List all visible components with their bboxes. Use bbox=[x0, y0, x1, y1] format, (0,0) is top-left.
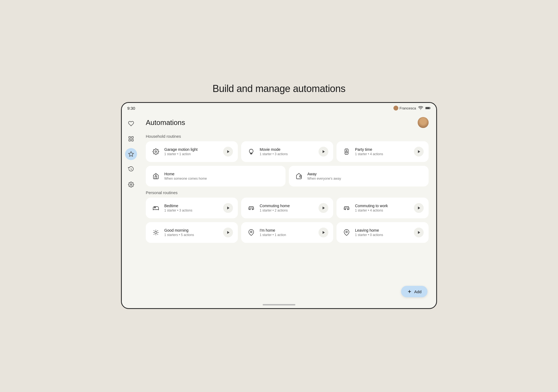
svg-point-21 bbox=[252, 209, 253, 210]
svg-marker-39 bbox=[418, 231, 420, 234]
card-commuting-home-title: Commuting home bbox=[260, 203, 290, 208]
commuting-home-play-button[interactable] bbox=[319, 203, 328, 213]
card-home[interactable]: Home When someone comes home bbox=[146, 166, 286, 186]
card-away-subtitle: When everyone's away bbox=[307, 176, 341, 181]
status-bar: 9:30 Francesca bbox=[122, 103, 436, 112]
sidebar-item-favorites[interactable] bbox=[125, 118, 137, 130]
svg-marker-19 bbox=[227, 207, 229, 210]
card-bedtime[interactable]: Bedtime 1 starter • 3 actions bbox=[146, 198, 238, 218]
bedtime-play-button[interactable] bbox=[223, 203, 233, 213]
card-im-home-subtitle: 1 starter • 1 action bbox=[260, 233, 286, 237]
sidebar-item-dashboard[interactable] bbox=[125, 133, 137, 145]
personal-routines-row2: Good morning 1 starters • 5 actions bbox=[146, 222, 429, 243]
card-leaving-home[interactable]: Leaving home 1 starter • 0 actions bbox=[336, 222, 429, 243]
content-header: Automations bbox=[146, 117, 429, 128]
commuting-work-play-button[interactable] bbox=[414, 203, 424, 213]
main-layout: Automations Household routines bbox=[122, 112, 436, 302]
status-user-label: Francesca bbox=[393, 106, 416, 111]
bed-icon bbox=[151, 203, 161, 213]
svg-point-8 bbox=[155, 151, 157, 152]
card-leaving-home-subtitle: 1 starter • 0 actions bbox=[355, 233, 383, 237]
card-commuting-work-subtitle: 1 starter • 4 actions bbox=[355, 208, 388, 213]
personal-routines-row1: Bedtime 1 starter • 3 actions bbox=[146, 198, 429, 218]
card-commuting-home[interactable]: Commuting home 1 starter • 2 actions bbox=[241, 198, 333, 218]
svg-line-33 bbox=[154, 234, 154, 235]
card-garage-motion-subtitle: 1 starter • 1 action bbox=[164, 152, 198, 157]
sidebar-item-automations[interactable] bbox=[125, 148, 137, 160]
card-away[interactable]: Away When everyone's away bbox=[289, 166, 429, 186]
svg-point-36 bbox=[250, 231, 252, 233]
add-fab-button[interactable]: Add bbox=[401, 286, 427, 297]
status-user-name: Francesca bbox=[399, 106, 416, 110]
card-party-time-subtitle: 1 starter • 4 actions bbox=[355, 152, 383, 157]
add-icon bbox=[407, 289, 412, 294]
svg-rect-18 bbox=[154, 207, 156, 208]
svg-point-26 bbox=[155, 231, 157, 234]
content-title: Automations bbox=[146, 118, 185, 127]
card-movie-mode-title: Movie mode bbox=[260, 147, 288, 152]
svg-marker-35 bbox=[227, 231, 229, 234]
svg-marker-6 bbox=[129, 152, 134, 156]
svg-line-30 bbox=[157, 234, 158, 235]
card-commuting-home-subtitle: 1 starter • 2 actions bbox=[260, 208, 290, 213]
svg-marker-22 bbox=[323, 207, 325, 210]
svg-rect-12 bbox=[345, 149, 348, 154]
card-garage-motion[interactable]: Garage motion light 1 starter • 1 action bbox=[146, 141, 238, 162]
card-good-morning-subtitle: 1 starters • 5 actions bbox=[164, 233, 194, 237]
im-home-play-button[interactable] bbox=[319, 228, 328, 237]
location-leaving-icon bbox=[341, 227, 352, 238]
svg-marker-9 bbox=[227, 150, 229, 153]
movie-mode-play-button[interactable] bbox=[319, 147, 328, 157]
user-avatar-image bbox=[418, 117, 429, 128]
car-home-icon bbox=[246, 203, 256, 213]
card-movie-mode[interactable]: Movie mode 1 starter • 3 actions bbox=[241, 141, 333, 162]
svg-line-34 bbox=[157, 230, 158, 231]
leaving-home-play-button[interactable] bbox=[414, 228, 424, 237]
svg-marker-25 bbox=[418, 207, 420, 210]
good-morning-play-button[interactable] bbox=[223, 228, 233, 237]
wifi-icon bbox=[418, 106, 423, 110]
svg-rect-2 bbox=[129, 137, 131, 138]
svg-rect-1 bbox=[426, 108, 430, 109]
svg-marker-37 bbox=[323, 231, 325, 234]
sidebar-item-settings[interactable] bbox=[125, 179, 137, 191]
battery-icon bbox=[425, 106, 431, 110]
card-party-time-title: Party time bbox=[355, 147, 383, 152]
content-area: Automations Household routines bbox=[140, 112, 436, 302]
card-commuting-work[interactable]: Commuting to work 1 starter • 4 actions bbox=[336, 198, 429, 218]
card-bedtime-subtitle: 1 starter • 3 actions bbox=[164, 208, 192, 213]
personal-routines-label: Personal routines bbox=[146, 190, 429, 195]
tablet-frame: 9:30 Francesca bbox=[121, 102, 437, 309]
svg-point-38 bbox=[346, 231, 347, 233]
location-home-icon bbox=[246, 227, 256, 238]
page-title: Build and manage automations bbox=[213, 83, 345, 94]
svg-point-20 bbox=[250, 209, 250, 210]
card-commuting-work-title: Commuting to work bbox=[355, 203, 388, 208]
svg-rect-4 bbox=[129, 139, 131, 141]
car-work-icon bbox=[341, 203, 352, 213]
svg-rect-5 bbox=[132, 139, 133, 141]
bulb-icon bbox=[246, 146, 256, 157]
card-party-time[interactable]: Party time 1 starter • 4 actions bbox=[336, 141, 429, 162]
party-time-play-button[interactable] bbox=[414, 147, 424, 157]
status-time: 9:30 bbox=[127, 106, 135, 111]
card-away-title: Away bbox=[307, 171, 341, 176]
card-bedtime-title: Bedtime bbox=[164, 203, 192, 208]
user-avatar[interactable] bbox=[418, 117, 429, 128]
card-garage-motion-title: Garage motion light bbox=[164, 147, 198, 152]
card-im-home[interactable]: I'm home 1 starter • 1 action bbox=[241, 222, 333, 243]
away-icon bbox=[294, 171, 304, 181]
home-icon bbox=[151, 171, 161, 181]
card-home-subtitle: When someone comes home bbox=[164, 176, 207, 181]
card-good-morning[interactable]: Good morning 1 starters • 5 actions bbox=[146, 222, 238, 243]
household-routines-label: Household routines bbox=[146, 134, 429, 139]
svg-point-13 bbox=[346, 151, 347, 153]
status-user-avatar bbox=[393, 106, 398, 111]
svg-marker-15 bbox=[418, 150, 420, 153]
speaker-icon bbox=[341, 146, 352, 157]
sidebar-item-history[interactable] bbox=[125, 163, 137, 175]
garage-motion-play-button[interactable] bbox=[223, 147, 233, 157]
add-fab-label: Add bbox=[414, 289, 421, 294]
svg-line-29 bbox=[154, 230, 154, 231]
sun-icon bbox=[151, 227, 161, 238]
